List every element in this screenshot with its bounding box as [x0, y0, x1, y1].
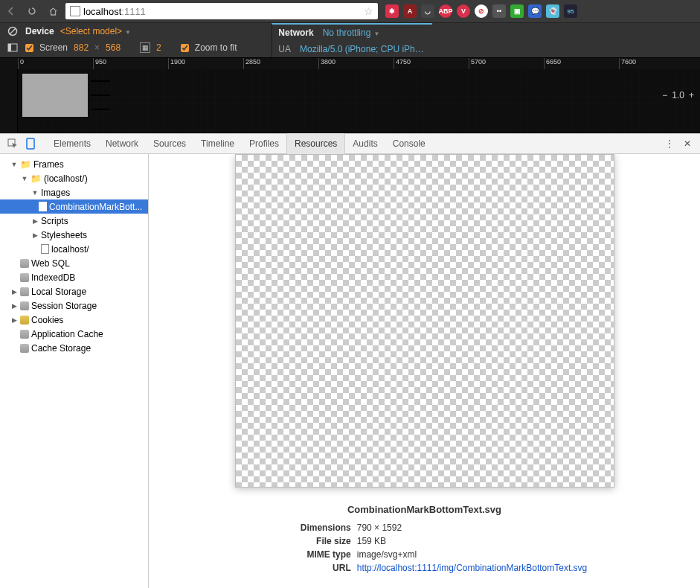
tree-image-file[interactable]: CombinationMarkBott... — [0, 199, 148, 214]
tree-sessionstorage[interactable]: ▶Session Storage — [0, 298, 148, 313]
tab-network[interactable]: Network — [98, 133, 146, 154]
url-text: localhost:1111 — [83, 6, 361, 17]
tree-images[interactable]: ▼Images — [0, 185, 148, 199]
inspect-icon[interactable] — [4, 135, 21, 152]
tab-resources[interactable]: Resources — [286, 133, 345, 154]
ua-value[interactable]: Mozilla/5.0 (iPhone; CPU iPhon... — [300, 44, 426, 54]
devtools-close-icon[interactable]: ✕ — [679, 135, 696, 152]
ruler-tick: 5700 — [469, 58, 486, 69]
svg-rect-5 — [27, 138, 34, 149]
extension-icons: ✱ A ◡ ABP V ⊘ •• ▣ 💬 👻 95 — [385, 4, 577, 18]
dim-sep: × — [94, 42, 100, 53]
device-toggle-icon[interactable] — [22, 135, 39, 152]
ext-asterisk-icon[interactable]: ✱ — [385, 4, 399, 18]
zoom-out-icon[interactable]: − — [662, 90, 667, 100]
screen-width[interactable]: 882 — [74, 42, 89, 53]
svg-rect-3 — [8, 44, 11, 51]
reload-button[interactable] — [24, 3, 40, 19]
back-button[interactable] — [3, 3, 19, 19]
meta-filesize-k: File size — [262, 534, 351, 548]
ruler-tick: 1900 — [168, 58, 185, 69]
ext-abp-icon[interactable]: ABP — [439, 4, 452, 18]
ua-label: UA — [278, 44, 291, 54]
page-icon — [70, 6, 80, 16]
meta-url-v[interactable]: http://localhost:1111/img/CombinationMar… — [357, 561, 587, 575]
zoom-fit-label: Zoom to fit — [195, 42, 237, 53]
ruler-tick: 950 — [93, 58, 106, 69]
tree-localstorage[interactable]: ▶Local Storage — [0, 284, 148, 298]
resources-tree[interactable]: ▼📁Frames ▼📁(localhost/) ▼Images Combinat… — [0, 154, 149, 588]
horizontal-ruler: 09501900285038004750570066507600 — [0, 57, 700, 69]
ruler-tick: 3800 — [318, 58, 335, 69]
tab-console[interactable]: Console — [385, 133, 433, 154]
tree-appcache[interactable]: Application Cache — [0, 327, 148, 341]
zoom-control[interactable]: − 1.0 + — [662, 90, 694, 100]
home-button[interactable] — [45, 3, 61, 19]
resources-panel: ▼📁Frames ▼📁(localhost/) ▼Images Combinat… — [0, 154, 700, 588]
tab-timeline[interactable]: Timeline — [193, 133, 242, 154]
meta-filesize-v: 159 KB — [357, 534, 386, 548]
throttling-select[interactable]: No throttling▼ — [323, 28, 380, 38]
ext-badge-icon[interactable]: 95 — [564, 4, 577, 18]
tree-stylesheets[interactable]: ▶Stylesheets — [0, 228, 148, 242]
tree-cookies[interactable]: ▶Cookies — [0, 313, 148, 327]
ext-green-icon[interactable]: ▣ — [510, 4, 524, 18]
ext-a-icon[interactable]: A — [403, 4, 417, 18]
tree-frames[interactable]: ▼📁Frames — [0, 157, 148, 171]
device-viewport[interactable]: − 1.0 + — [0, 69, 700, 133]
tree-websql[interactable]: Web SQL — [0, 256, 148, 270]
screen-label: Screen — [39, 42, 68, 53]
image-preview — [235, 154, 614, 488]
ruler-tick: 2850 — [243, 58, 260, 69]
devtools-tabstrip: ElementsNetworkSourcesTimelineProfilesRe… — [0, 133, 700, 154]
meta-url-k: URL — [262, 561, 351, 575]
tab-profiles[interactable]: Profiles — [242, 133, 286, 154]
tree-cachestorage[interactable]: Cache Storage — [0, 341, 148, 355]
tab-sources[interactable]: Sources — [146, 133, 193, 154]
tab-audits[interactable]: Audits — [345, 133, 385, 154]
network-label: Network — [278, 28, 313, 38]
zoom-level: 1.0 — [672, 90, 684, 100]
screen-checkbox[interactable] — [25, 44, 33, 52]
device-model-select[interactable]: <Select model>▼ — [60, 26, 131, 36]
tree-indexeddb[interactable]: IndexedDB — [0, 270, 148, 284]
meta-mime-v: image/svg+xml — [357, 548, 417, 561]
zoom-fit-checkbox[interactable] — [181, 44, 189, 52]
ext-chat-icon[interactable]: 💬 — [528, 4, 542, 18]
viewport-handles[interactable] — [91, 74, 110, 117]
ruler-tick: 0 — [18, 58, 24, 69]
dpr-icon: ▦ — [140, 42, 150, 53]
ext-v-icon[interactable]: V — [457, 4, 470, 18]
disable-icon[interactable] — [6, 25, 19, 38]
url-bar[interactable]: localhost:1111 ☆ — [65, 3, 378, 19]
device-label: Device — [25, 26, 54, 36]
svg-line-1 — [10, 28, 16, 34]
ruler-tick: 7600 — [619, 58, 636, 69]
resource-title: CombinationMarkBottomText.svg — [347, 504, 501, 515]
vertical-ruler — [0, 69, 18, 133]
bookmark-star-icon[interactable]: ☆ — [364, 5, 373, 17]
ext-flickr-icon[interactable]: •• — [492, 4, 506, 18]
emulated-page[interactable] — [22, 74, 88, 117]
ruler-tick: 4750 — [394, 58, 411, 69]
tree-localhost[interactable]: ▼📁(localhost/) — [0, 171, 148, 185]
browser-toolbar: localhost:1111 ☆ ✱ A ◡ ABP V ⊘ •• ▣ 💬 👻 … — [0, 0, 700, 22]
ext-pocket-icon[interactable]: ◡ — [421, 4, 434, 18]
screen-height[interactable]: 568 — [106, 42, 121, 53]
ext-noscript-icon[interactable]: ⊘ — [475, 4, 488, 18]
tab-elements[interactable]: Elements — [46, 133, 98, 154]
ext-ghost-icon[interactable]: 👻 — [546, 4, 559, 18]
meta-dimensions-v: 790 × 1592 — [357, 521, 402, 534]
resource-metadata: Dimensions790 × 1592 File size159 KB MIM… — [262, 521, 587, 575]
ruler-tick: 6650 — [544, 58, 561, 69]
tree-scripts[interactable]: ▶Scripts — [0, 214, 148, 228]
dock-icon[interactable] — [6, 41, 19, 54]
meta-dimensions-k: Dimensions — [262, 521, 351, 534]
device-mode-toolbar: Device <Select model>▼ Screen 882 × 568 … — [0, 22, 700, 57]
tree-localhost-file[interactable]: localhost/ — [0, 242, 148, 256]
dpr-value[interactable]: 2 — [156, 42, 161, 53]
resource-preview: CombinationMarkBottomText.svg Dimensions… — [149, 154, 700, 588]
meta-mime-k: MIME type — [262, 548, 351, 561]
devtools-menu-icon[interactable]: ⋮ — [661, 135, 678, 152]
zoom-in-icon[interactable]: + — [689, 90, 694, 100]
